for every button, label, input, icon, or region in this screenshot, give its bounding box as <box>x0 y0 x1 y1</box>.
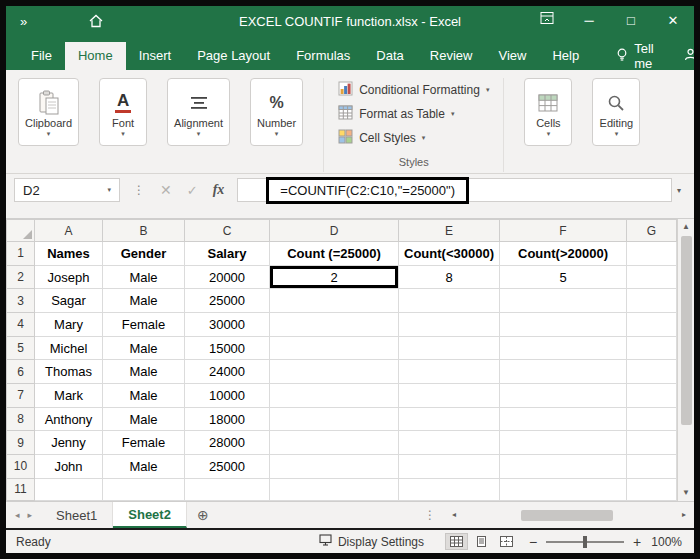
insert-function-icon[interactable]: fx <box>213 182 225 198</box>
cell-E8[interactable] <box>399 407 500 431</box>
scroll-down-icon[interactable]: ▼ <box>682 487 690 499</box>
scroll-right-icon[interactable]: ▸ <box>678 509 690 521</box>
cell-B10[interactable]: Male <box>103 455 185 479</box>
maximize-button[interactable]: □ <box>610 6 652 36</box>
cell-B6[interactable]: Male <box>103 360 185 384</box>
cell-A8[interactable]: Anthony <box>35 407 103 431</box>
cell-F5[interactable] <box>500 336 627 360</box>
ribbon-group-alignment[interactable]: Alignment▾ <box>167 78 230 146</box>
row-header-4[interactable]: 4 <box>7 313 35 337</box>
row-header-3[interactable]: 3 <box>7 289 35 313</box>
ribbon-group-font[interactable]: AFont▾ <box>99 78 147 146</box>
cancel-icon[interactable]: ✕ <box>160 182 172 198</box>
normal-view-icon[interactable] <box>446 534 467 549</box>
horizontal-scroll-track[interactable] <box>460 509 678 522</box>
sheet-tab-sheet1[interactable]: Sheet1 <box>41 502 113 528</box>
display-settings-button[interactable]: Display Settings <box>307 534 436 549</box>
page-layout-view-icon[interactable] <box>471 534 492 549</box>
cell-E6[interactable] <box>399 360 500 384</box>
formula-input[interactable]: =COUNTIF(C2:C10,"=25000") <box>237 178 672 202</box>
scroll-up-icon[interactable]: ▲ <box>682 221 690 233</box>
cell-E5[interactable] <box>399 336 500 360</box>
quick-access-chevrons-icon[interactable]: » <box>6 14 37 29</box>
zoom-out-icon[interactable]: − <box>527 534 539 550</box>
col-header-F[interactable]: F <box>500 220 627 242</box>
ribbon-display-options-icon[interactable] <box>526 6 568 36</box>
ribbon-group-editing[interactable]: Editing▾ <box>592 78 640 146</box>
cell-E11[interactable] <box>399 478 500 500</box>
cell-C7[interactable]: 10000 <box>185 384 270 408</box>
zoom-slider[interactable] <box>546 541 624 543</box>
horizontal-scrollbar[interactable]: ◂ ▸ <box>444 502 694 528</box>
cell-D6[interactable] <box>270 360 399 384</box>
vertical-scroll-thumb[interactable] <box>681 236 692 425</box>
cell-F4[interactable] <box>500 313 627 337</box>
tab-home[interactable]: Home <box>65 42 126 70</box>
sheet-nav-right-icon[interactable]: ▸ <box>25 510 36 520</box>
formula-bar-expand-icon[interactable]: ▾ <box>672 186 686 195</box>
styles-item-conditional-formatting[interactable]: Conditional Formatting▾ <box>338 78 489 102</box>
cell-C9[interactable]: 28000 <box>185 431 270 455</box>
tab-view[interactable]: View <box>485 42 539 70</box>
cell-G6[interactable] <box>627 360 677 384</box>
cell-F9[interactable] <box>500 431 627 455</box>
cell-F11[interactable] <box>500 478 627 500</box>
cell-D3[interactable] <box>270 289 399 313</box>
cell-F2[interactable]: 5 <box>500 265 627 289</box>
cell-C3[interactable]: 25000 <box>185 289 270 313</box>
cell-G3[interactable] <box>627 289 677 313</box>
cell-E1[interactable]: Count(<30000) <box>399 242 500 266</box>
row-header-5[interactable]: 5 <box>7 336 35 360</box>
col-header-A[interactable]: A <box>35 220 103 242</box>
cell-G4[interactable] <box>627 313 677 337</box>
cell-F3[interactable] <box>500 289 627 313</box>
cell-E10[interactable] <box>399 455 500 479</box>
cell-A10[interactable]: John <box>35 455 103 479</box>
cell-F6[interactable] <box>500 360 627 384</box>
cell-C1[interactable]: Salary <box>185 242 270 266</box>
cell-E9[interactable] <box>399 431 500 455</box>
tab-insert[interactable]: Insert <box>126 42 185 70</box>
col-header-C[interactable]: C <box>185 220 270 242</box>
cell-A9[interactable]: Jenny <box>35 431 103 455</box>
cell-G9[interactable] <box>627 431 677 455</box>
row-header-8[interactable]: 8 <box>7 407 35 431</box>
cell-A1[interactable]: Names <box>35 242 103 266</box>
cell-G11[interactable] <box>627 478 677 500</box>
cell-D7[interactable] <box>270 384 399 408</box>
cell-C6[interactable]: 24000 <box>185 360 270 384</box>
cell-A4[interactable]: Mary <box>35 313 103 337</box>
name-box[interactable]: D2 ▾ <box>14 178 120 202</box>
cell-B9[interactable]: Female <box>103 431 185 455</box>
scroll-left-icon[interactable]: ◂ <box>448 509 460 521</box>
enter-icon[interactable]: ✓ <box>187 183 198 198</box>
cell-B4[interactable]: Female <box>103 313 185 337</box>
cell-F10[interactable] <box>500 455 627 479</box>
zoom-in-icon[interactable]: + <box>631 534 643 550</box>
cell-G10[interactable] <box>627 455 677 479</box>
col-header-G[interactable]: G <box>627 220 677 242</box>
share-button[interactable]: Share <box>668 42 700 70</box>
name-box-dropdown-icon[interactable]: ▾ <box>107 186 111 194</box>
cell-A2[interactable]: Joseph <box>35 265 103 289</box>
cell-C5[interactable]: 15000 <box>185 336 270 360</box>
cell-D4[interactable] <box>270 313 399 337</box>
cell-A3[interactable]: Sagar <box>35 289 103 313</box>
cell-E4[interactable] <box>399 313 500 337</box>
cell-A5[interactable]: Michel <box>35 336 103 360</box>
cell-G2[interactable] <box>627 265 677 289</box>
select-all-corner[interactable] <box>7 220 35 242</box>
cell-B8[interactable]: Male <box>103 407 185 431</box>
cell-D8[interactable] <box>270 407 399 431</box>
cell-D1[interactable]: Count (=25000) <box>270 242 399 266</box>
cell-F8[interactable] <box>500 407 627 431</box>
tell-me-button[interactable]: Tell me <box>602 42 668 70</box>
add-sheet-button[interactable]: ⊕ <box>187 502 219 528</box>
cell-D5[interactable] <box>270 336 399 360</box>
cell-E3[interactable] <box>399 289 500 313</box>
page-break-view-icon[interactable] <box>496 534 517 549</box>
col-header-E[interactable]: E <box>399 220 500 242</box>
styles-item-cell-styles[interactable]: Cell Styles▾ <box>338 126 489 150</box>
col-header-D[interactable]: D <box>270 220 399 242</box>
ribbon-group-number[interactable]: %Number▾ <box>250 78 303 146</box>
